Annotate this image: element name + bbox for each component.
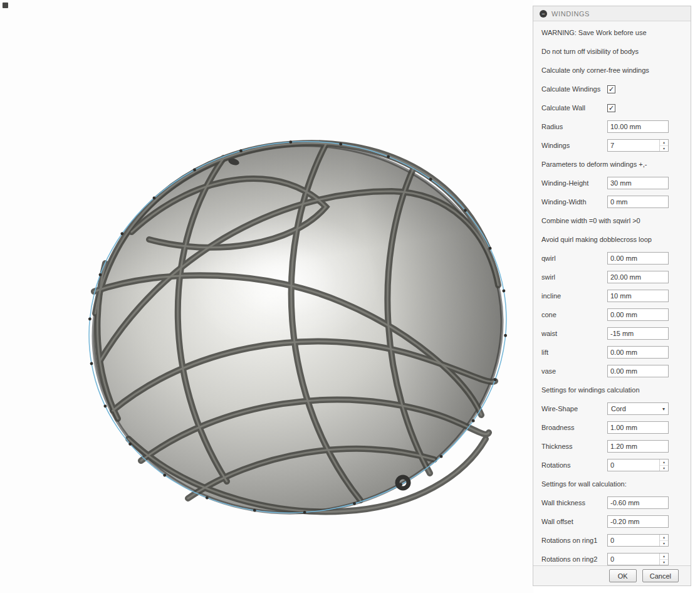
model-canvas	[0, 0, 533, 593]
swirl-input[interactable]	[608, 271, 668, 283]
wall-thickness-input[interactable]	[608, 497, 668, 508]
rotations-spinner: ▴▾	[659, 459, 668, 471]
app-corner-mark	[3, 3, 8, 8]
row-swirl: swirl	[533, 268, 691, 286]
qwirl-input[interactable]	[608, 253, 668, 264]
field-label: swirl	[541, 273, 607, 281]
cancel-button[interactable]: Cancel	[642, 569, 679, 582]
rotations-on-ring2-spin-up[interactable]: ▴	[660, 554, 668, 560]
rotations-fieldwrap: ▴▾	[607, 459, 669, 471]
swirl-fieldwrap	[607, 271, 669, 283]
field-label: cone	[541, 311, 607, 318]
rotations-spin-down[interactable]: ▾	[660, 466, 668, 471]
note-text: Do not turn off visibility of bodys	[541, 48, 639, 55]
calculate-windings-checkbox[interactable]: ✓	[607, 85, 615, 93]
field-label: Rotations	[541, 461, 607, 469]
note-text: Calculate only corner-free windings	[541, 66, 649, 74]
note-text: WARNING: Save Work before use	[541, 29, 647, 36]
incline-input[interactable]	[608, 290, 668, 302]
row-thickness: Thickness	[533, 437, 691, 456]
winding-height-input[interactable]	[608, 177, 668, 189]
ok-button[interactable]: OK	[609, 569, 637, 582]
winding-width-input[interactable]	[608, 196, 668, 207]
row-parameters-to-deform-windings: Parameters to deform windings +,-	[533, 155, 691, 174]
radius-fieldwrap	[607, 120, 669, 133]
field-label: waist	[541, 330, 607, 337]
row-settings-for-windings-calculation: Settings for windings calculation	[533, 380, 691, 399]
cone-input[interactable]	[608, 309, 668, 320]
row-calculate-windings: Calculate Windings✓	[533, 80, 691, 98]
row-winding-height: Winding-Height	[533, 174, 691, 192]
rotations-on-ring2-spin-down[interactable]: ▾	[660, 560, 668, 565]
row-settings-for-wall-calculation: Settings for wall calculation:	[533, 475, 691, 493]
calculate-wall-checkbox[interactable]: ✓	[607, 104, 615, 112]
cone-fieldwrap	[607, 308, 669, 321]
sketch-point	[504, 333, 508, 337]
broadness-input[interactable]	[608, 422, 668, 433]
rotations-input[interactable]	[608, 459, 659, 471]
winding-width-fieldwrap	[607, 196, 669, 208]
chevron-down-icon: ▾	[662, 406, 665, 412]
collapse-icon[interactable]: −	[540, 10, 547, 18]
row-wall-offset: Wall offset	[533, 512, 691, 531]
dialog-footer: OK Cancel	[533, 565, 691, 585]
row-rotations-on-ring1: Rotations on ring1▴▾	[533, 531, 691, 550]
lift-input[interactable]	[608, 347, 668, 358]
wall-offset-fieldwrap	[607, 515, 669, 528]
thickness-input[interactable]	[608, 441, 668, 452]
vase-input[interactable]	[608, 365, 668, 377]
field-label: Windings	[541, 142, 607, 149]
row-rotations-on-ring2: Rotations on ring2▴▾	[533, 550, 691, 565]
sketch-point	[90, 362, 93, 365]
field-label: Radius	[541, 123, 607, 130]
rotations-on-ring1-spinner: ▴▾	[659, 535, 668, 546]
row-wire-shape: Wire-ShapeCord▾	[533, 399, 691, 418]
field-label: Wall thickness	[541, 499, 607, 506]
rotations-spin-up[interactable]: ▴	[660, 459, 668, 466]
windings-spin-up[interactable]: ▴	[660, 140, 668, 146]
sketch-point	[88, 317, 92, 321]
note-text: Avoid quirl making dobblecross loop	[541, 236, 652, 243]
vase-fieldwrap	[607, 365, 669, 377]
row-waist: waist	[533, 324, 691, 343]
windings-input[interactable]	[608, 140, 659, 151]
row-wall-thickness: Wall thickness	[533, 493, 691, 512]
sketch-point	[502, 289, 506, 293]
row-winding-width: Winding-Width	[533, 192, 691, 211]
radius-input[interactable]	[608, 121, 668, 132]
incline-fieldwrap	[607, 290, 669, 302]
rotations-on-ring1-spin-up[interactable]: ▴	[660, 535, 668, 541]
viewport-3d[interactable]	[0, 0, 533, 593]
field-label: vase	[541, 367, 607, 375]
field-label: Wall offset	[541, 518, 607, 525]
wire-shape-select-value: Cord	[611, 405, 626, 412]
note-text: Settings for wall calculation:	[541, 480, 627, 488]
rotations-on-ring2-input[interactable]	[608, 554, 659, 565]
wall-offset-input[interactable]	[608, 516, 668, 527]
field-label: Calculate Wall	[541, 104, 607, 112]
wire-shape-select[interactable]: Cord▾	[607, 402, 669, 415]
note-text: Combine width =0 with sqwirl >0	[541, 217, 640, 224]
waist-fieldwrap	[607, 327, 669, 340]
field-label: Thickness	[541, 443, 607, 450]
dialog-title: WINDINGS	[551, 10, 590, 18]
field-label: Calculate Windings	[541, 85, 607, 93]
field-label: Rotations on ring1	[541, 537, 607, 544]
waist-input[interactable]	[608, 328, 668, 339]
windings-spinner: ▴▾	[659, 140, 668, 151]
model-body	[64, 113, 531, 545]
row-combine-width-0-with-sqwirl-0: Combine width =0 with sqwirl >0	[533, 211, 691, 230]
windings-spin-down[interactable]: ▾	[660, 146, 668, 152]
rotations-on-ring1-input[interactable]	[608, 535, 659, 546]
rotations-on-ring1-spin-down[interactable]: ▾	[660, 541, 668, 547]
field-label: Winding-Height	[541, 179, 607, 187]
dialog-header: − WINDINGS	[533, 6, 691, 21]
lift-fieldwrap	[607, 346, 669, 359]
dialog-rows: WARNING: Save Work before useDo not turn…	[533, 21, 691, 565]
winding-height-fieldwrap	[607, 177, 669, 189]
field-label: Broadness	[541, 424, 607, 431]
thickness-fieldwrap	[607, 440, 669, 453]
row-rotations: Rotations▴▾	[533, 456, 691, 475]
row-calculate-wall: Calculate Wall✓	[533, 98, 691, 117]
row-windings: Windings▴▾	[533, 136, 691, 155]
